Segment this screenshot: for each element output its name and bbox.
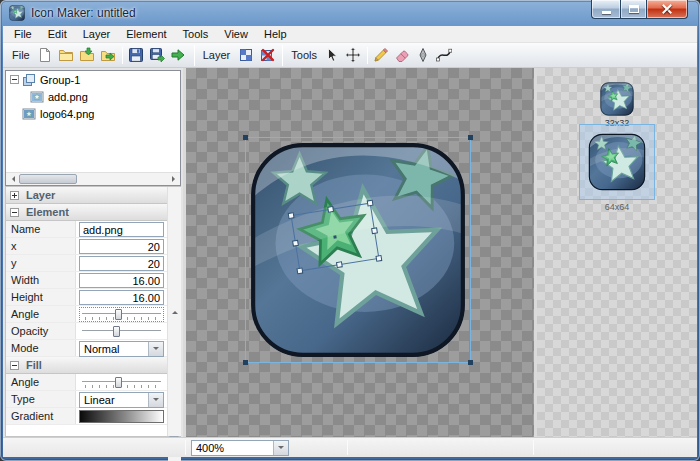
preview-64[interactable]: 64x64 [537,124,697,212]
tree-item-group-1[interactable]: Group-1 [6,71,180,88]
scroll-up-button[interactable] [168,187,181,436]
chevron-down-icon [153,398,159,404]
collapse-toggle-icon[interactable] [10,208,19,217]
export-icon [170,47,186,63]
dropdown-button[interactable] [148,342,163,356]
eraser-tool-button[interactable] [392,45,413,66]
expand-toggle-icon[interactable] [10,191,19,200]
scrollbar-thumb[interactable] [19,174,77,184]
save-icon [128,47,144,63]
prop-row-opacity: Opacity [6,323,167,340]
selection-handle[interactable] [243,360,248,365]
menu-edit[interactable]: Edit [40,26,75,42]
menu-view[interactable]: View [216,26,256,42]
titlebar[interactable]: Icon Maker: untitled [0,0,700,26]
collapse-toggle-icon[interactable] [10,75,19,84]
open-folder-button[interactable] [56,45,77,66]
property-grid: Layer Element Name x y [5,186,181,437]
slider-thumb[interactable] [115,309,122,320]
prop-label: Gradient [6,408,76,424]
menu-file[interactable]: File [6,26,40,42]
mode-dropdown[interactable]: Normal [79,341,164,357]
width-input[interactable] [79,273,164,288]
app-logo-icon [9,5,25,21]
slider-track [82,330,161,332]
menu-element[interactable]: Element [118,26,174,42]
app-window: Icon Maker: untitled File Edit Layer Ele… [0,0,700,461]
pen-icon [415,47,431,63]
close-button[interactable] [647,0,688,19]
maximize-button[interactable] [620,0,647,19]
slider-thumb[interactable] [113,326,120,337]
y-input[interactable] [79,256,164,271]
save-as-button[interactable] [147,45,168,66]
minimize-button[interactable] [591,0,620,19]
dropdown-button[interactable] [273,441,288,455]
prop-label: Angle [6,374,76,390]
select-tool-button[interactable] [322,45,343,66]
export-button[interactable] [168,45,189,66]
layers-tree[interactable]: Group-1 add.png logo64.png [5,70,181,186]
mode-value: Normal [80,343,148,355]
maximize-icon [629,5,639,13]
preview-selection-box [579,124,655,200]
dropdown-button[interactable] [148,393,163,407]
zoom-select[interactable]: 400% [191,440,289,456]
angle-slider[interactable] [79,307,164,322]
canvas[interactable] [186,68,534,437]
save-folder-button[interactable] [98,45,119,66]
prop-label: Width [6,272,76,288]
tree-item-add-png[interactable]: add.png [6,88,180,105]
selection-handle[interactable] [243,135,248,140]
menu-layer[interactable]: Layer [75,26,119,42]
new-file-button[interactable] [35,45,56,66]
toolbar-group-tools-label: Tools [291,49,317,61]
properties-vertical-scrollbar[interactable] [167,187,180,436]
scroll-left-button[interactable] [6,173,19,185]
zoom-value: 400% [192,442,273,454]
section-title: Layer [26,189,55,201]
move-tool-button[interactable] [343,45,364,66]
pencil-tool-button[interactable] [371,45,392,66]
pen-tool-button[interactable] [413,45,434,66]
gradient-editor[interactable] [79,410,164,423]
tree-item-logo64-png[interactable]: logo64.png [6,105,180,122]
preview-64-thumbnail [588,133,646,191]
scroll-right-button[interactable] [167,173,180,185]
fill-angle-slider[interactable] [79,375,164,390]
section-title: Fill [26,359,42,371]
open-folder-icon [58,47,74,63]
arrow-up-icon [172,308,178,314]
menu-help[interactable]: Help [256,26,295,42]
collapse-toggle-icon[interactable] [10,361,19,370]
layer-selection-box[interactable] [245,137,471,363]
section-header-element[interactable]: Element [6,204,167,221]
height-input[interactable] [79,290,164,305]
section-header-fill[interactable]: Fill [6,357,167,374]
preview-32[interactable]: 32x32 [537,82,697,128]
prop-label: Opacity [6,323,76,339]
add-layer-button[interactable] [235,45,256,66]
status-separator [533,440,534,455]
chevron-down-icon [278,446,284,452]
new-file-icon [37,47,53,63]
opacity-slider[interactable] [79,324,164,339]
fill-type-dropdown[interactable]: Linear [79,392,164,408]
image-icon [22,107,36,121]
save-button[interactable] [126,45,147,66]
x-input[interactable] [79,239,164,254]
tree-horizontal-scrollbar[interactable] [6,172,180,185]
selection-handle[interactable] [468,135,473,140]
import-folder-button[interactable] [77,45,98,66]
selection-handle[interactable] [468,360,473,365]
prop-label: Mode [6,340,76,356]
name-input[interactable] [79,222,164,237]
prop-row-height: Height [6,289,167,306]
menu-tools[interactable]: Tools [175,26,217,42]
scrollbar-track[interactable] [77,173,167,185]
curve-tool-button[interactable] [434,45,455,66]
slider-thumb[interactable] [115,377,122,388]
section-title: Element [26,206,69,218]
delete-layer-button[interactable] [256,45,277,66]
section-header-layer[interactable]: Layer [6,187,167,204]
